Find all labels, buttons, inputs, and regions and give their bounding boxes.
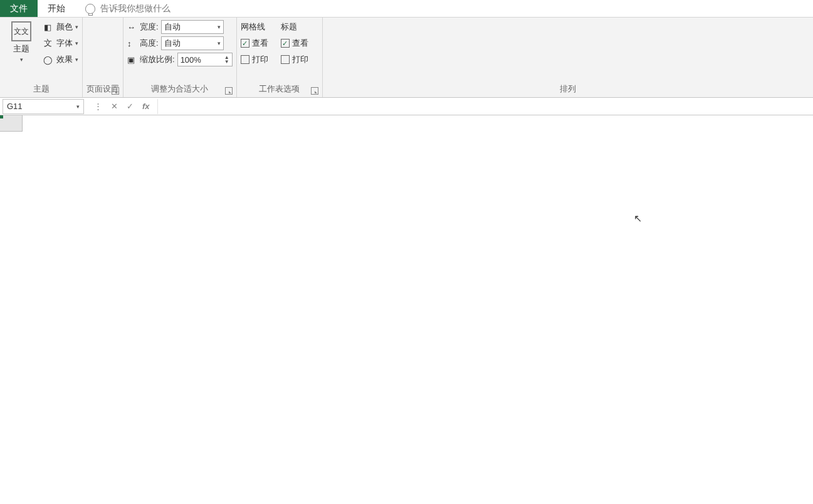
group-page-setup-label: 页面设置 — [87, 82, 119, 97]
group-arrange: 排列 — [323, 18, 813, 97]
spreadsheet-grid[interactable]: ↖ — [0, 115, 813, 504]
cancel-icon[interactable]: ✕ — [111, 102, 118, 111]
scale-icon: ▣ — [127, 55, 137, 65]
tell-me-label: 告诉我你想做什么 — [100, 3, 170, 14]
scale-spinner[interactable]: 100%▲▼ — [177, 53, 233, 66]
headings-print-check[interactable]: 打印 — [281, 51, 318, 68]
theme-colors[interactable]: ◧颜色 ▾ — [41, 19, 78, 35]
width-select[interactable]: 自动▾ — [161, 20, 224, 34]
group-page-setup: 页面设置 — [83, 18, 123, 97]
page-setup-launcher[interactable] — [112, 87, 119, 95]
group-scale-label: 调整为合适大小 — [127, 82, 233, 97]
formula-bar: G11▾ ⋮ ✕ ✓ fx — [0, 98, 813, 115]
gridlines-label: 网格线 — [241, 19, 278, 35]
group-scale: ↔宽度:自动▾ ↕高度:自动▾ ▣缩放比例:100%▲▼ 调整为合适大小 — [123, 18, 237, 97]
themes-button[interactable]: 文文 主题▾ — [4, 19, 39, 66]
lightbulb-icon — [85, 4, 95, 14]
sheet-options-launcher[interactable] — [311, 87, 318, 95]
theme-fonts[interactable]: 文字体 ▾ — [41, 35, 78, 51]
colors-icon: ◧ — [41, 21, 54, 33]
fx-icon[interactable]: fx — [142, 102, 150, 111]
height-label: 高度: — [140, 38, 159, 49]
cursor-icon: ↖ — [634, 213, 642, 224]
scale-launcher[interactable] — [225, 87, 233, 95]
tab-0[interactable]: 开始 — [38, 0, 75, 17]
group-theme: 文文 主题▾ ◧颜色 ▾ 文字体 ▾ ◯效果 ▾ 主题 — [0, 18, 83, 97]
menu-tabs: 文件 开始 告诉我你想做什么 — [0, 0, 813, 18]
height-select[interactable]: 自动▾ — [161, 36, 224, 50]
dropdown-icon[interactable]: ⋮ — [94, 102, 102, 111]
group-sheet-options: 网格线 ✓查看 打印 标题 ✓查看 打印 工作表选项 — [237, 18, 323, 97]
theme-effects[interactable]: ◯效果 ▾ — [41, 51, 78, 68]
gridlines-view-check[interactable]: ✓查看 — [241, 35, 278, 51]
effects-icon: ◯ — [41, 53, 54, 66]
group-sheet-options-label: 工作表选项 — [241, 82, 318, 97]
formula-input[interactable] — [157, 99, 813, 114]
select-all-corner[interactable] — [0, 115, 23, 132]
group-theme-label: 主题 — [4, 82, 78, 97]
tell-me[interactable]: 告诉我你想做什么 — [75, 0, 170, 17]
width-icon: ↔ — [127, 23, 137, 32]
gridlines-print-check[interactable]: 打印 — [241, 51, 278, 68]
headings-label: 标题 — [281, 19, 318, 35]
height-icon: ↕ — [127, 39, 137, 48]
scale-label: 缩放比例: — [140, 54, 175, 65]
group-arrange-label: 排列 — [327, 82, 809, 97]
ribbon: 文文 主题▾ ◧颜色 ▾ 文字体 ▾ ◯效果 ▾ 主题 页面设置 ↔宽度:自动▾… — [0, 18, 813, 98]
headings-view-check[interactable]: ✓查看 — [281, 35, 318, 51]
enter-icon[interactable]: ✓ — [127, 102, 134, 111]
name-box[interactable]: G11▾ — [3, 99, 84, 114]
width-label: 宽度: — [140, 21, 159, 33]
fonts-icon: 文 — [41, 37, 54, 50]
tab-file[interactable]: 文件 — [0, 0, 38, 17]
